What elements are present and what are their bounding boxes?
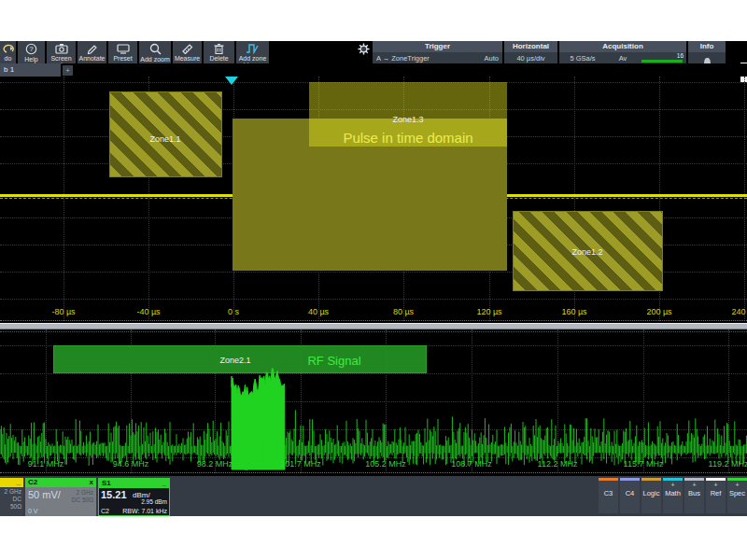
display-icon — [117, 43, 130, 55]
measure-label: Measure — [175, 55, 200, 62]
plus-icon: + — [727, 481, 747, 489]
time-annotation: Pulse in time domain — [343, 130, 472, 146]
window-divider-scrollbar[interactable] — [0, 323, 747, 329]
time-tick: -80 µs — [51, 307, 75, 316]
plus-icon — [599, 481, 618, 489]
help-button[interactable]: ? Help — [18, 41, 45, 63]
minimize-icon[interactable]: _ — [17, 478, 21, 487]
acquisition-avg-count: 16 — [677, 52, 684, 59]
tab-c3[interactable]: C3 — [599, 478, 618, 513]
settings-gear-button[interactable] — [358, 42, 372, 54]
redo-icon — [2, 43, 14, 55]
add-zone-trigger-button[interactable]: Add zone trigger — [236, 41, 269, 63]
zone1-2-label: Zone1.2 — [571, 247, 602, 257]
s1-offset: 2.95 dBm — [141, 498, 167, 505]
c2-channel-badge[interactable]: C2 x 50 mV/ 2 GHz DC 50Ω 0 V — [25, 478, 96, 516]
gridline — [0, 299, 747, 300]
time-tick: 200 µs — [646, 307, 671, 316]
time-tick: 40 µs — [308, 307, 329, 316]
s1-rbw: RBW: 7.01 kHz — [122, 508, 167, 514]
ruler-icon — [181, 43, 193, 55]
spectrum-window: Zone2.1 RF Signal 91.1 MHz 94.6 MHz 98.2… — [0, 329, 747, 476]
tab-spec-label: Spec — [727, 489, 747, 497]
screen-capture-button[interactable]: Screen capture — [47, 41, 76, 63]
c1-channel-badge[interactable]: _ 2 GHz DC 50Ω — [0, 478, 23, 516]
c2-label: C2 — [28, 478, 37, 487]
c2-scale: 50 mV/ — [28, 489, 61, 500]
freq-tick: 112.2 MHz — [538, 459, 578, 469]
redo-button[interactable]: do — [0, 41, 16, 63]
axis-tick-strip — [0, 472, 747, 473]
tab-c3-label: C3 — [599, 489, 618, 497]
svg-text:?: ? — [29, 45, 33, 53]
time-tick: 160 µs — [561, 307, 586, 316]
oscilloscope-screen: do ? Help Screen capture Annotate Preset — [0, 41, 747, 516]
preset-label: Preset — [113, 55, 132, 62]
acquisition-progress-bar — [641, 60, 683, 63]
measure-button[interactable]: Measure — [173, 41, 202, 63]
horizontal-title: Horizontal — [504, 41, 557, 52]
gear-icon — [358, 42, 370, 58]
plus-icon: + — [684, 481, 704, 489]
time-tick: -40 µs — [136, 307, 160, 316]
help-label: Help — [24, 56, 37, 63]
acquisition-title: Acquisition — [559, 41, 686, 52]
close-icon[interactable]: x — [90, 478, 93, 487]
tab-diagram-1[interactable]: b 1 — [0, 63, 61, 77]
redo-label: do — [5, 55, 12, 62]
plus-icon — [641, 481, 661, 489]
tab-c4-label: C4 — [620, 489, 640, 497]
s1-source: C2 — [101, 508, 109, 514]
trigger-position-marker[interactable] — [225, 77, 238, 85]
freq-tick: 98.2 MHz — [197, 459, 233, 469]
c2-coupling: DC 50Ω — [72, 497, 93, 503]
s1-label: S1 — [102, 479, 111, 488]
magnifier-icon — [149, 43, 162, 56]
gridline — [63, 77, 64, 321]
add-tab-button[interactable]: + — [63, 65, 73, 76]
tab-ref[interactable]: + Ref — [706, 478, 726, 513]
gridline — [744, 77, 745, 321]
tab-spec[interactable]: + Spec — [727, 478, 747, 513]
annotate-button[interactable]: Annotate — [78, 41, 106, 63]
zone1-1-label: Zone1.1 — [149, 134, 180, 144]
tab-c4[interactable]: C4 — [620, 478, 640, 513]
tab-bus-label: Bus — [684, 489, 704, 497]
tab-ref-label: Ref — [706, 489, 726, 497]
zone1-3-label: Zone1.3 — [392, 115, 423, 124]
delete-button[interactable]: Delete — [204, 41, 234, 63]
tab-bus[interactable]: + Bus — [684, 478, 704, 513]
plus-icon — [620, 481, 640, 489]
screenshot-page: do ? Help Screen capture Annotate Preset — [0, 0, 747, 560]
freq-tick: 91.1 MHz — [28, 459, 64, 469]
trigger-title: Trigger — [373, 41, 502, 52]
tab-math-label: Math — [663, 489, 683, 497]
spectrum-trace — [0, 329, 747, 476]
tab-logic[interactable]: Logic — [641, 478, 661, 513]
time-tick: 80 µs — [393, 307, 414, 316]
c1-coupling: DC 50Ω — [2, 496, 21, 511]
zone-trigger-icon — [246, 43, 260, 55]
pencil-icon — [86, 43, 98, 55]
diagram-tab-bar: b 1 + — [0, 63, 747, 77]
time-tick: 0 s — [228, 307, 239, 316]
c1-bandwidth: 2 GHz — [2, 488, 21, 496]
plus-icon: + — [706, 481, 726, 489]
trash-icon — [214, 43, 224, 55]
c2-offset: 0 V — [28, 508, 38, 514]
delete-label: Delete — [209, 55, 228, 62]
axis-tick-strip — [0, 320, 747, 321]
tab-math[interactable]: + Math — [663, 478, 683, 513]
time-tick: 240 µs — [731, 307, 747, 316]
s1-scale-value: 15.21 — [101, 489, 127, 500]
add-zoom-button[interactable]: Add zoom — [139, 41, 171, 63]
help-icon: ? — [25, 43, 37, 56]
add-zoom-label: Add zoom — [140, 56, 170, 63]
camera-icon — [55, 43, 68, 55]
annotate-label: Annotate — [78, 55, 105, 62]
preset-button[interactable]: Preset — [108, 41, 137, 63]
s1-spectrum-badge[interactable]: S1 _ 15.21 dBm/ 2.95 dBm C2 RBW: 7.01 kH… — [98, 478, 170, 516]
time-domain-window: Zone1.1 Zone1.2 Zone1.3 Pulse in time do… — [0, 77, 747, 324]
c2-bandwidth: 2 GHz — [77, 489, 93, 496]
minimize-icon[interactable]: _ — [162, 479, 166, 488]
